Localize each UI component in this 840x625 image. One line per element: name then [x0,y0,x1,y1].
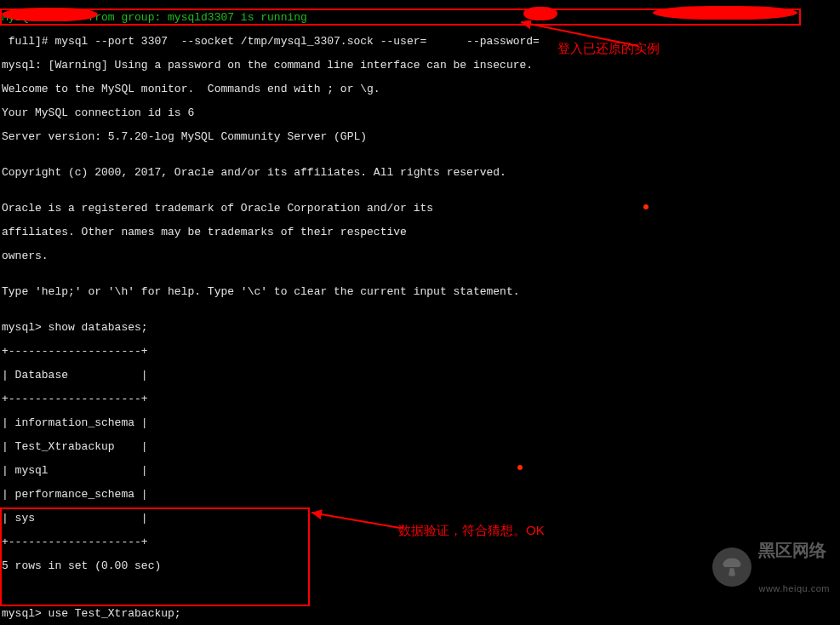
banner-9: owners. [2,250,546,262]
banner-5: Copyright (c) 2000, 2017, Oracle and/or … [2,167,546,179]
db-rows-msg: 5 rows in set (0.00 sec) [2,560,546,572]
db-row-2: | mysql | [2,465,546,477]
db-sep-mid: +--------------------+ [2,393,546,405]
db-sep-top: +--------------------+ [2,346,546,358]
db-row-0: | information_schema | [2,417,546,429]
use-db-0: mysql> use Test_Xtrabackup; [2,608,546,620]
watermark-url: www.heiqu.com [758,583,830,593]
db-row-3: | performance_schema | [2,489,546,501]
banner-3: Server version: 5.7.20-log MySQL Communi… [2,131,546,143]
db-row-1: | Test_Xtrabackup | [2,441,546,453]
show-db-cmd: mysql> show databases; [2,322,546,334]
watermark-title: 黑区网络 [758,541,830,559]
banner-8: affiliates. Other names may be trademark… [2,226,546,238]
db-header: | Database | [2,370,546,381]
banner-11: Type 'help;' or '\h' for help. Type '\c'… [2,286,546,298]
annotation-verify: 数据验证，符合猜想。OK [398,525,545,536]
banner-0: mysql: [Warning] Using a password on the… [2,60,546,72]
banner-2: Your MySQL connection id is 6 [2,107,546,119]
annotation-login: 登入已还原的实例 [557,43,660,54]
db-sep-bot: +--------------------+ [2,536,546,548]
blank1 [2,584,546,596]
decorative-red-dot [643,204,649,209]
banner-1: Welcome to the MySQL monitor. Commands e… [2,83,546,95]
line-top: MySQL server from group: mysqld3307 is r… [2,12,546,24]
prompt-command: full]# mysql --port 3307 --socket /tmp/m… [2,36,546,48]
mushroom-icon [712,548,751,587]
banner-7: Oracle is a registered trademark of Orac… [2,203,546,215]
watermark: 黑区网络 www.heiqu.com [712,516,830,618]
redaction-password [653,6,797,20]
